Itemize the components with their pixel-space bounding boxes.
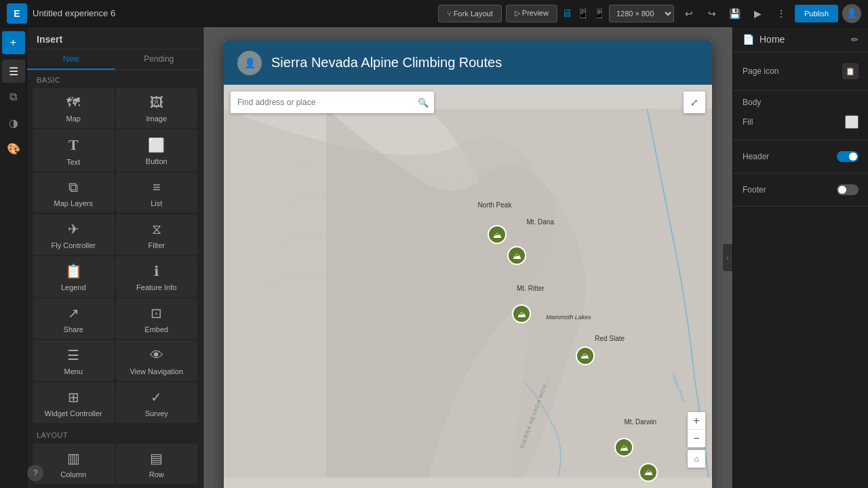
sidebar-icon-layers[interactable]: ⧉ [2,85,25,108]
label-mammoth-lakes: Mammoth Lakes [546,314,591,321]
label-north-peak: North Peak [477,201,511,209]
header-row: Header [743,147,859,166]
map-expand-button[interactable]: ⤢ [684,92,705,113]
view-nav-widget-icon: 👁 [150,348,163,363]
legend-widget-icon: 📋 [65,263,82,279]
widget-legend[interactable]: 📋 Legend [33,256,115,297]
map-zoom-controls: + − [688,412,705,447]
zoom-in-button[interactable]: + [688,412,705,430]
search-icon: 🔍 [418,98,429,108]
embed-widget-label: Embed [144,325,168,333]
page-icon-label: Page icon [743,66,778,76]
play-button[interactable]: ▶ [749,4,768,23]
user-avatar[interactable]: 👤 [842,4,861,23]
mountain-marker-north-peak[interactable]: ⛰ [488,225,507,244]
share-widget-label: Share [64,325,83,333]
add-widget-button[interactable]: + [2,31,25,54]
footer-toggle[interactable] [837,184,859,195]
widget-image[interactable]: 🖼 Image [116,88,198,128]
map-layers-widget-icon: ⧉ [68,180,78,195]
mountain-marker-darwin2[interactable]: ⛰ [639,463,658,482]
pages-icon: ☰ [9,65,18,78]
help-button[interactable]: ? [27,465,43,481]
fill-color-swatch[interactable] [845,115,859,129]
more-menu-button[interactable]: ⋮ [772,4,791,23]
widget-feature-info[interactable]: ℹ Feature Info [116,256,198,297]
map-search-bar[interactable]: 🔍 [231,92,434,113]
widget-embed[interactable]: ⊡ Embed [116,298,198,339]
header-section: Header [733,140,868,174]
menu-widget-icon: ☰ [67,347,79,363]
mountain-marker-mt-dana[interactable]: ⛰ [507,246,526,265]
device-desktop-icon[interactable]: 🖥 [561,7,572,20]
header-toggle[interactable] [837,151,859,162]
sidebar-icon-theme[interactable]: ◑ [2,111,25,134]
theme-icon: ◑ [9,117,18,129]
header-label: Header [743,152,769,161]
save-button[interactable]: 💾 [726,4,745,23]
row-widget-icon: ▤ [150,450,163,466]
column-widget-label: Column [60,470,86,479]
publish-button[interactable]: Publish [795,5,838,22]
widget-menu[interactable]: ☰ Menu [33,340,115,381]
page-icon-picker[interactable]: 📋 [842,63,859,79]
map-layers-widget-label: Map Layers [54,199,93,207]
sidebar-icon-media[interactable]: 🎨 [2,137,25,160]
widget-view-navigation[interactable]: 👁 View Navigation [116,340,198,381]
body-section: Body Fill [733,91,868,140]
map-container[interactable]: 🔍 ⤢ ⛰ ⛰ ⛰ ⛰ ⛰ ⛰ North Peak Mt. Dana Mt. … [224,85,712,488]
app-logo: E [7,3,27,24]
widget-widget-controller[interactable]: ⊞ Widget Controller [33,382,115,423]
widget-fly-controller[interactable]: ✈ Fly Controller [33,214,115,255]
widget-map-layers[interactable]: ⧉ Map Layers [33,173,115,213]
image-widget-icon: 🖼 [150,95,163,110]
widget-filter[interactable]: ⧖ Filter [116,214,198,255]
widget-share[interactable]: ↗ Share [33,298,115,339]
widget-column[interactable]: ▥ Column [33,443,115,484]
device-mobile-icon[interactable]: 📱 [593,8,605,19]
zoom-out-button[interactable]: − [688,430,705,447]
insert-title: Insert [37,34,62,45]
map-home-button[interactable]: ⌂ [688,450,705,468]
topbar-actions: ↩ ↪ 💾 ▶ ⋮ Publish 👤 [679,4,861,23]
fork-layout-button[interactable]: ⑂ Fork Layout [438,5,502,22]
mountain-marker-mt-darwin[interactable]: ⛰ [614,438,633,457]
widget-text[interactable]: T Text [33,129,115,171]
device-tablet-icon[interactable]: 📱 [576,7,589,20]
section-basic-label: Basic [27,70,203,87]
preview-button[interactable]: ▷ Preview [506,5,557,22]
widget-survey[interactable]: ✓ Survey [116,382,198,423]
widget-row[interactable]: ▤ Row [116,443,198,484]
text-widget-label: Text [66,158,80,166]
undo-button[interactable]: ↩ [679,4,698,23]
tab-new[interactable]: New [27,49,115,70]
widget-list[interactable]: ≡ List [116,173,198,213]
footer-section: Footer [733,174,868,207]
edit-page-button[interactable]: ✏ [851,35,859,45]
mountain-marker-2[interactable]: ⛰ [512,304,531,323]
insert-panel: Insert New Pending Basic 🗺 Map 🖼 Image T… [27,27,203,488]
widget-controller-icon: ⊞ [68,389,79,405]
insert-panel-header: Insert [27,27,203,49]
sidebar-icons: + ☰ ⧉ ◑ 🎨 [0,27,27,488]
tab-pending[interactable]: Pending [115,49,203,70]
widget-map[interactable]: 🗺 Map [33,88,115,128]
row-widget-label: Row [149,470,164,479]
plus-icon: + [10,37,16,49]
right-panel-header: 📄 Home ✏ [733,27,868,52]
sidebar-icon-pages[interactable]: ☰ [2,60,25,83]
widget-button[interactable]: ⬜ Button [116,129,198,171]
mountain-marker-red-slate[interactable]: ⛰ [576,346,595,365]
view-nav-widget-label: View Navigation [130,367,183,375]
app-title: Untitled experience 6 [33,8,433,18]
resolution-select[interactable]: 1280 × 800 1920 × 1080 1024 × 768 [609,5,674,22]
menu-widget-label: Menu [64,367,83,375]
map-search-input[interactable] [237,98,411,107]
right-panel-collapse-handle[interactable]: › [723,244,732,271]
section-layout-label: Layout [27,426,203,442]
page-icon-row: Page icon 📋 [743,59,859,83]
page-icon: 📄 [743,34,754,45]
fly-controller-widget-icon: ✈ [68,221,79,237]
map-widget-icon: 🗺 [66,95,80,110]
redo-button[interactable]: ↪ [703,4,722,23]
